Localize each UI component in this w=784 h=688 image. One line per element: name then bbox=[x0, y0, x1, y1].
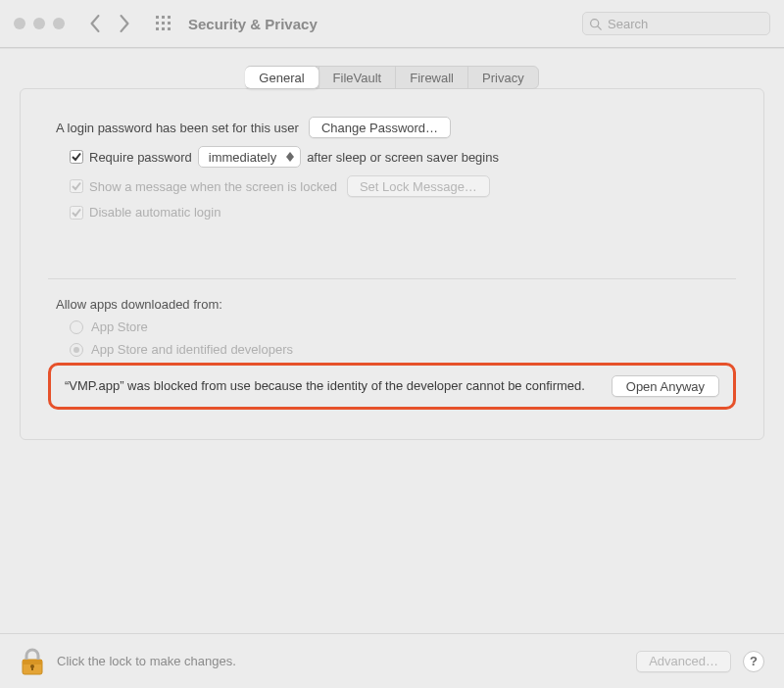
show-message-label: Show a message when the screen is locked bbox=[89, 179, 337, 194]
tab-privacy[interactable]: Privacy bbox=[467, 67, 538, 88]
lock-hint-label: Click the lock to make changes. bbox=[57, 654, 236, 668]
svg-rect-13 bbox=[71, 206, 83, 219]
require-password-suffix: after sleep or screen saver begins bbox=[307, 150, 499, 165]
svg-line-10 bbox=[598, 25, 601, 28]
close-window[interactable] bbox=[14, 18, 25, 29]
general-panel: A login password has been set for this u… bbox=[20, 88, 764, 440]
disable-auto-login-label: Disable automatic login bbox=[89, 205, 220, 220]
set-lock-message-button: Set Lock Message… bbox=[347, 175, 490, 197]
svg-rect-15 bbox=[23, 660, 42, 664]
radio-selected-icon bbox=[74, 347, 79, 353]
opt-app-store-label: App Store bbox=[91, 319, 148, 334]
svg-rect-11 bbox=[71, 151, 83, 164]
lock-button[interactable] bbox=[20, 647, 45, 676]
svg-rect-0 bbox=[156, 16, 159, 19]
radio-identified-developers bbox=[70, 343, 83, 357]
login-password-label: A login password has been set for this u… bbox=[56, 121, 299, 135]
back-button[interactable] bbox=[84, 12, 106, 35]
svg-rect-1 bbox=[162, 16, 165, 19]
show-message-checkbox bbox=[70, 179, 83, 193]
allow-apps-label: Allow apps downloaded from: bbox=[56, 297, 736, 312]
advanced-button: Advanced… bbox=[636, 651, 731, 672]
tab-general[interactable]: General bbox=[245, 66, 318, 89]
require-password-checkbox[interactable] bbox=[70, 150, 83, 164]
require-password-delay-value: immediately bbox=[209, 150, 276, 165]
window-controls bbox=[14, 18, 65, 29]
chevron-left-icon bbox=[89, 15, 101, 32]
require-password-delay-select[interactable]: immediately bbox=[198, 146, 301, 168]
blocked-app-box: “VMP.app” was blocked from use because t… bbox=[48, 363, 736, 410]
show-all-button[interactable] bbox=[151, 11, 176, 36]
svg-rect-12 bbox=[71, 180, 83, 193]
help-button[interactable]: ? bbox=[743, 651, 764, 672]
zoom-window[interactable] bbox=[53, 18, 65, 29]
blocked-app-message: “VMP.app” was blocked from use because t… bbox=[65, 377, 598, 395]
radio-app-store bbox=[70, 320, 83, 334]
tab-firewall[interactable]: Firewall bbox=[395, 67, 467, 88]
svg-rect-3 bbox=[156, 22, 159, 25]
svg-rect-5 bbox=[168, 22, 171, 25]
content: General FileVault Firewall Privacy A log… bbox=[0, 48, 784, 440]
checkbox-checked-icon bbox=[70, 150, 83, 164]
search-field[interactable]: Search bbox=[582, 12, 770, 35]
chevron-right-icon bbox=[119, 15, 130, 32]
opt-identified-label: App Store and identified developers bbox=[91, 342, 293, 357]
tab-filevault[interactable]: FileVault bbox=[318, 67, 396, 88]
footer: Click the lock to make changes. Advanced… bbox=[0, 633, 784, 688]
select-stepper-icon bbox=[286, 152, 294, 162]
section-divider bbox=[48, 278, 736, 279]
change-password-button[interactable]: Change Password… bbox=[309, 117, 451, 138]
toolbar: Security & Privacy Search bbox=[0, 0, 784, 47]
svg-rect-4 bbox=[162, 22, 165, 25]
svg-rect-2 bbox=[168, 16, 171, 19]
checkbox-checked-disabled-icon bbox=[70, 206, 83, 220]
svg-rect-8 bbox=[168, 27, 171, 30]
forward-button[interactable] bbox=[114, 12, 135, 35]
svg-rect-7 bbox=[162, 27, 165, 30]
grid-icon bbox=[156, 16, 172, 31]
svg-rect-6 bbox=[156, 27, 159, 30]
search-placeholder: Search bbox=[608, 17, 648, 31]
lock-icon bbox=[20, 647, 45, 676]
require-password-prefix: Require password bbox=[89, 150, 192, 165]
disable-auto-login-checkbox bbox=[70, 206, 83, 220]
open-anyway-button[interactable]: Open Anyway bbox=[612, 375, 719, 397]
tabs: General FileVault Firewall Privacy bbox=[20, 66, 764, 89]
svg-rect-17 bbox=[31, 666, 33, 670]
checkbox-checked-disabled-icon bbox=[70, 179, 83, 193]
minimize-window[interactable] bbox=[33, 18, 45, 29]
window-title: Security & Privacy bbox=[188, 16, 318, 32]
search-icon bbox=[589, 18, 602, 30]
